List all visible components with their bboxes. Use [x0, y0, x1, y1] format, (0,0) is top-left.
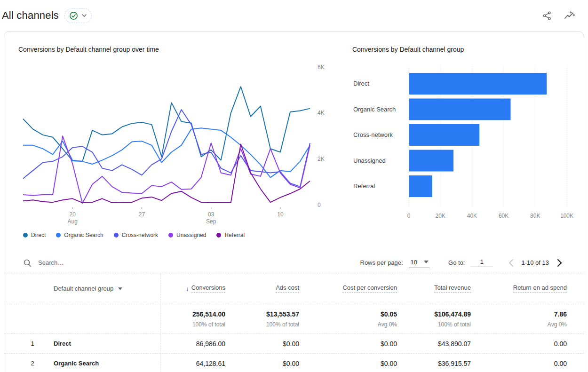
svg-text:2K: 2K — [318, 156, 325, 162]
table-row[interactable]: 1 Direct 86,986.00 $0.00 $0.00 $43,890.0… — [4, 333, 584, 353]
legend-label: Cross-network — [122, 232, 158, 238]
rows-per-page-value: 10 — [411, 259, 417, 266]
totals-cost-per-conversion: $0.05 Avg 0% — [378, 310, 397, 328]
next-page-icon[interactable] — [554, 257, 565, 269]
line-chart-legend: DirectOrganic SearchCross-networkUnassig… — [23, 232, 245, 238]
row-ads-cost: $0.00 — [283, 360, 299, 367]
line-chart-title: Conversions by Default channel group ove… — [18, 46, 159, 53]
row-channel-name: Organic Search — [47, 360, 160, 367]
legend-label: Unassigned — [176, 232, 206, 238]
table-row[interactable]: 2 Organic Search 64,128.61 $0.00 $0.00 $… — [4, 353, 584, 372]
column-header-return-on-ad-spend[interactable]: Return on ad spend — [513, 284, 567, 293]
legend-dot — [23, 233, 28, 237]
svg-text:40K: 40K — [467, 213, 477, 219]
svg-text:Cross-network: Cross-network — [353, 131, 393, 138]
svg-text:03: 03 — [208, 211, 215, 218]
column-header-conversions[interactable]: ↓ Conversions — [186, 284, 225, 293]
svg-text:Organic Search: Organic Search — [353, 106, 396, 113]
column-divider — [160, 273, 161, 372]
go-to-label: Go to: — [448, 259, 465, 266]
svg-text:Sep: Sep — [206, 218, 216, 225]
svg-text:27: 27 — [139, 211, 145, 218]
row-index: 1 — [31, 340, 34, 347]
line-chart[interactable]: 6K4K2K020Aug2703Sep10 — [18, 60, 334, 229]
totals-conversions: 256,514.00 100% of total — [192, 310, 225, 328]
rows-per-page-label: Rows per page: — [360, 259, 403, 266]
row-ads-cost: $0.00 — [283, 340, 299, 348]
column-header-dimension[interactable]: Default channel group — [47, 285, 160, 292]
svg-text:10: 10 — [277, 211, 284, 218]
legend-item-organic-search[interactable]: Organic Search — [56, 232, 103, 238]
legend-dot — [216, 233, 221, 237]
share-icon[interactable] — [541, 9, 553, 22]
svg-text:4K: 4K — [318, 110, 325, 116]
totals-total-revenue: $106,474.89 100% of total — [434, 310, 471, 328]
svg-text:Direct: Direct — [353, 80, 369, 87]
pagination: Rows per page: 10 Go to: 1-10 of 13 — [360, 257, 565, 269]
sort-desc-icon: ↓ — [186, 285, 189, 293]
column-header-total-revenue[interactable]: Total revenue — [434, 284, 471, 293]
report-card: Conversions by Default channel group ove… — [4, 31, 584, 372]
previous-page-icon[interactable] — [505, 257, 516, 269]
row-total-revenue: $36,915.57 — [438, 360, 471, 367]
svg-text:6K: 6K — [318, 64, 325, 71]
select-caret-icon — [424, 261, 429, 263]
legend-label: Organic Search — [64, 232, 103, 238]
column-header-cost-per-conversion[interactable]: Cost per conversion — [342, 284, 397, 293]
svg-text:100K: 100K — [560, 213, 573, 219]
legend-dot — [114, 233, 119, 237]
row-conversions: 86,986.00 — [196, 340, 225, 348]
legend-label: Referral — [224, 232, 245, 238]
table-header-row: Default channel group ↓ Conversions Ads … — [4, 273, 584, 304]
legend-label: Direct — [31, 232, 46, 238]
legend-dot — [168, 233, 173, 237]
totals-ads-cost: $13,553.57 100% of total — [266, 310, 299, 328]
row-index: 2 — [31, 360, 34, 367]
report-status-dropdown[interactable] — [64, 8, 92, 23]
svg-text:60K: 60K — [499, 213, 509, 219]
bar-chart[interactable]: DirectOrganic SearchCross-networkUnassig… — [352, 60, 583, 229]
legend-item-unassigned[interactable]: Unassigned — [168, 232, 206, 238]
row-cost-per-conversion: $0.00 — [381, 360, 397, 367]
svg-text:Aug: Aug — [67, 218, 77, 225]
legend-item-direct[interactable]: Direct — [23, 232, 46, 238]
check-circle-icon — [69, 11, 78, 20]
legend-item-referral[interactable]: Referral — [216, 232, 245, 238]
search-icon — [23, 259, 32, 267]
go-to-page-input[interactable] — [470, 258, 493, 267]
table-totals-row: 256,514.00 100% of total $13,553.57 100%… — [4, 304, 584, 333]
row-return-on-ad-spend: 0.00 — [554, 340, 567, 348]
svg-text:20: 20 — [69, 211, 76, 218]
report-header: All channels — [0, 0, 588, 31]
dimension-header-label: Default channel group — [54, 285, 113, 292]
svg-text:0: 0 — [318, 202, 321, 208]
insights-icon[interactable] — [564, 9, 576, 22]
legend-dot — [56, 233, 61, 237]
legend-item-cross-network[interactable]: Cross-network — [114, 232, 158, 238]
search-input[interactable] — [38, 259, 179, 266]
svg-text:Referral: Referral — [353, 182, 375, 190]
row-cost-per-conversion: $0.00 — [381, 340, 397, 348]
search-box[interactable] — [23, 259, 360, 267]
row-conversions: 64,128.61 — [196, 360, 225, 367]
table-toolbar: Rows per page: 10 Go to: 1-10 of 13 — [4, 253, 584, 273]
svg-text:20K: 20K — [436, 213, 445, 219]
dimension-caret-icon — [118, 287, 122, 290]
totals-return-on-ad-spend: 7.86 Avg 0% — [548, 310, 567, 328]
svg-text:0: 0 — [407, 213, 411, 219]
svg-text:Unassigned: Unassigned — [353, 157, 386, 164]
bar-chart-title: Conversions by Default channel group — [352, 46, 464, 53]
rows-per-page-select[interactable]: 10 — [409, 258, 429, 268]
chevron-down-icon — [82, 14, 87, 17]
svg-text:80K: 80K — [530, 213, 540, 219]
column-header-ads-cost[interactable]: Ads cost — [276, 284, 299, 293]
row-return-on-ad-spend: 0.00 — [554, 360, 567, 367]
page-title: All channels — [2, 9, 59, 22]
pagination-range: 1-10 of 13 — [521, 259, 549, 266]
row-total-revenue: $43,890.07 — [438, 340, 471, 348]
row-channel-name: Direct — [47, 340, 160, 347]
